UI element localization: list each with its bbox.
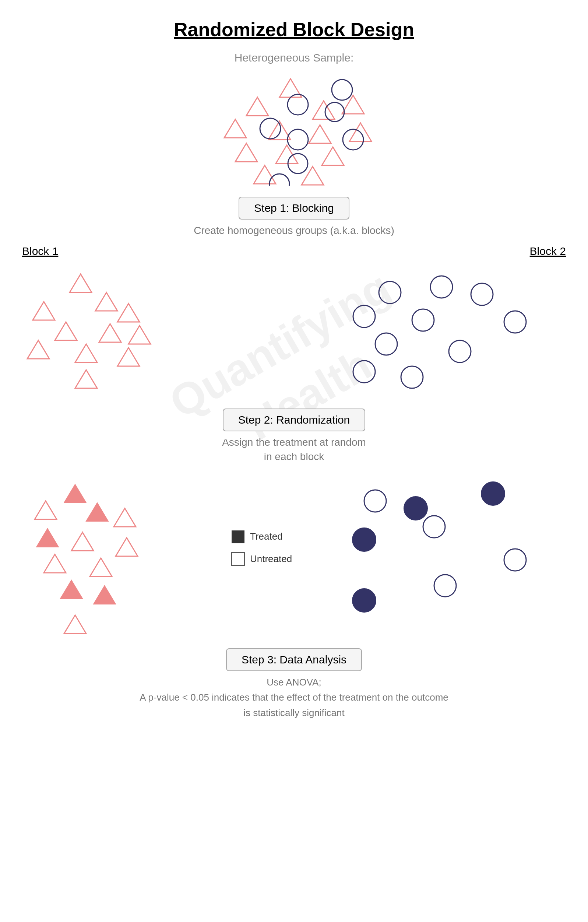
svg-marker-47 <box>34 501 57 519</box>
svg-marker-21 <box>70 274 91 293</box>
svg-marker-8 <box>235 143 257 162</box>
randomization-diagram: Treated Untreated <box>0 471 588 637</box>
svg-point-65 <box>352 589 376 612</box>
svg-marker-27 <box>129 325 150 344</box>
block-labels-row: Block 1 Block 2 <box>0 245 588 257</box>
step1-box-container: Step 1: Blocking <box>0 197 588 219</box>
svg-marker-30 <box>118 348 140 366</box>
svg-marker-45 <box>60 580 82 598</box>
svg-point-35 <box>353 306 375 327</box>
heterogeneous-diagram <box>0 68 588 186</box>
heterogeneous-label: Heterogeneous Sample: <box>0 52 588 64</box>
step3-description: Use ANOVA; A p-value < 0.05 indicates th… <box>0 675 588 721</box>
svg-marker-23 <box>33 302 55 320</box>
svg-marker-29 <box>75 344 97 363</box>
step1-description: Create homogeneous groups (a.k.a. blocks… <box>0 223 588 238</box>
svg-marker-26 <box>99 324 121 342</box>
svg-point-13 <box>332 80 352 100</box>
svg-rect-56 <box>232 553 245 566</box>
svg-marker-52 <box>90 558 112 577</box>
svg-point-18 <box>343 129 363 150</box>
svg-marker-12 <box>302 167 323 185</box>
svg-marker-28 <box>27 340 49 359</box>
svg-point-33 <box>430 276 452 298</box>
step2-description: Assign the treatment at random in each b… <box>0 435 588 464</box>
svg-marker-1 <box>246 97 268 116</box>
blocking-diagram <box>0 257 588 397</box>
svg-point-36 <box>412 309 434 331</box>
svg-marker-6 <box>309 125 331 143</box>
svg-text:Untreated: Untreated <box>250 553 292 564</box>
svg-point-40 <box>353 361 375 383</box>
step2-box-container: Step 2: Randomization <box>0 409 588 432</box>
svg-point-39 <box>449 340 471 363</box>
svg-marker-11 <box>254 165 276 184</box>
svg-marker-49 <box>72 532 93 551</box>
svg-marker-2 <box>313 101 335 119</box>
svg-marker-50 <box>116 538 138 556</box>
svg-point-59 <box>423 516 445 538</box>
svg-marker-4 <box>224 119 246 138</box>
svg-marker-46 <box>93 586 116 604</box>
svg-rect-54 <box>232 530 245 543</box>
svg-marker-25 <box>55 322 77 340</box>
svg-point-34 <box>471 283 493 306</box>
svg-marker-53 <box>64 615 86 634</box>
svg-point-63 <box>404 497 428 520</box>
svg-point-37 <box>504 311 526 333</box>
svg-point-38 <box>375 333 397 355</box>
svg-marker-22 <box>95 293 118 311</box>
svg-marker-43 <box>86 503 108 521</box>
svg-point-61 <box>434 575 456 597</box>
svg-marker-48 <box>114 508 136 527</box>
step1-box: Step 1: Blocking <box>238 197 350 219</box>
block2-label: Block 2 <box>530 245 566 257</box>
block1-label: Block 1 <box>22 245 58 257</box>
step3-box-container: Step 3: Data Analysis <box>0 648 588 671</box>
svg-point-62 <box>481 482 505 505</box>
svg-marker-3 <box>342 95 364 114</box>
svg-marker-51 <box>44 554 66 573</box>
page-title: Randomized Block Design <box>0 7 588 48</box>
svg-marker-24 <box>118 304 140 322</box>
svg-marker-31 <box>75 370 97 388</box>
step3-box: Step 3: Data Analysis <box>226 648 362 671</box>
svg-point-58 <box>364 490 386 512</box>
svg-point-41 <box>401 366 423 388</box>
svg-point-60 <box>504 549 526 571</box>
step2-box: Step 2: Randomization <box>223 409 366 432</box>
svg-marker-10 <box>322 147 344 165</box>
svg-marker-42 <box>64 484 86 503</box>
svg-point-32 <box>379 281 401 304</box>
svg-marker-44 <box>36 529 59 547</box>
svg-text:Treated: Treated <box>250 531 283 542</box>
svg-point-64 <box>352 528 376 551</box>
